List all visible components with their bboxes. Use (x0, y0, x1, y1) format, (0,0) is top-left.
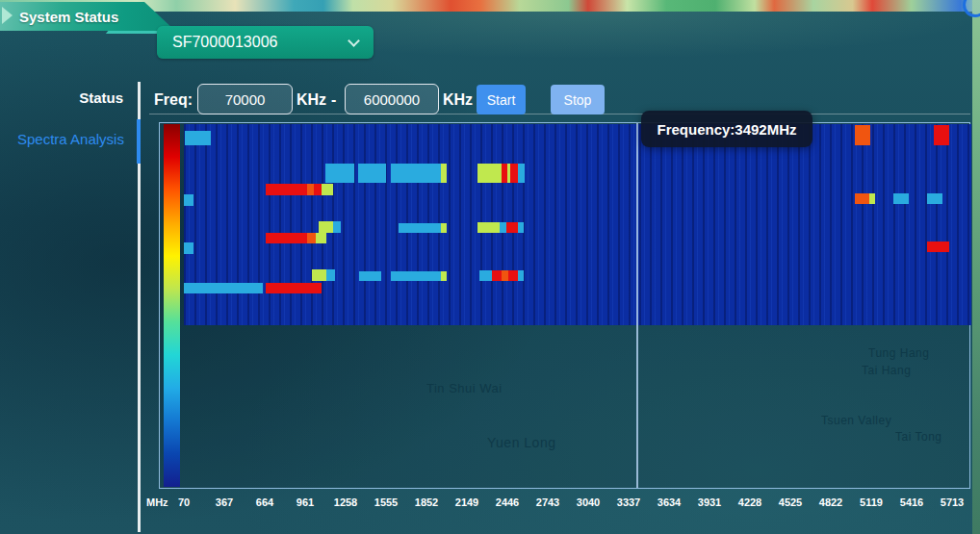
signal-block (314, 184, 322, 195)
khz-unit-label-1: KHz (297, 91, 326, 109)
signal-block (266, 283, 322, 293)
axis-tick: 961 (297, 496, 314, 508)
signal-block (927, 193, 942, 204)
signal-block (333, 221, 341, 233)
axis-tick: 70 (178, 496, 190, 508)
signal-block (266, 184, 307, 195)
axis-tick: 3040 (577, 496, 600, 508)
axis-tick: 4228 (738, 496, 761, 508)
signal-block (927, 242, 949, 252)
signal-block (518, 222, 524, 233)
signal-block (391, 164, 441, 183)
axis-tick: 1555 (374, 496, 398, 508)
signal-block (479, 270, 492, 281)
signal-block (934, 125, 949, 145)
signal-block (477, 164, 502, 183)
signal-block (506, 222, 518, 233)
signal-block (358, 164, 386, 183)
axis-tick: 1852 (415, 496, 438, 508)
signal-block (325, 164, 354, 183)
axis-tick: 664 (256, 496, 273, 508)
device-select-value: SF7000013006 (157, 34, 349, 51)
axis-tick: 5713 (941, 496, 964, 508)
map-background-right (972, 0, 980, 534)
signal-block (326, 269, 335, 281)
waterfall[interactable] (184, 124, 971, 325)
axis-tick: 4525 (779, 496, 802, 508)
signal-block (893, 193, 909, 204)
axis-tick: 2446 (496, 496, 519, 508)
signal-block (508, 270, 518, 281)
khz-unit-label-2: KHz (443, 91, 473, 109)
signal-block (855, 193, 869, 204)
signal-block (312, 269, 326, 281)
crosshair-line (636, 123, 638, 488)
signal-block (869, 193, 875, 204)
sidebar-active-indicator (137, 119, 141, 164)
signal-block (441, 164, 447, 183)
signal-block (441, 223, 447, 233)
signal-block (266, 233, 307, 243)
signal-block (316, 233, 326, 243)
signal-block (518, 164, 525, 183)
signal-block (492, 270, 502, 281)
x-axis: MHz 703676649611258155518522149244627433… (0, 496, 980, 514)
signal-block (185, 131, 211, 145)
chevron-down-icon (348, 35, 360, 47)
axis-tick: 3337 (617, 496, 640, 508)
signal-block (307, 184, 314, 195)
colorbar (164, 124, 180, 487)
sidebar-item-spectra-analysis[interactable]: Spectra Analysis (17, 131, 124, 147)
signal-block (502, 270, 508, 281)
stop-button[interactable]: Stop (551, 85, 605, 114)
freq-start-input[interactable] (197, 84, 293, 114)
axis-tick: 2743 (536, 496, 559, 508)
axis-tick: 3931 (698, 496, 721, 508)
frequency-tooltip: Frequency:3492MHz (641, 111, 812, 147)
device-select[interactable]: SF7000013006 (157, 26, 374, 59)
signal-block (399, 223, 441, 233)
freq-label: Freq: (154, 91, 193, 109)
axis-tick: 4822 (819, 496, 842, 508)
signal-block (518, 270, 524, 281)
signal-block (359, 271, 381, 281)
signal-block (184, 283, 263, 293)
page-title: System Status (0, 9, 118, 25)
signal-block (322, 184, 333, 195)
signal-block (855, 125, 870, 145)
sidebar-item-status[interactable]: Status (0, 89, 123, 106)
signal-block (510, 164, 518, 183)
axis-tick: 1258 (334, 496, 357, 508)
system-status-banner: System Status (0, 2, 175, 31)
axis-tick: 5119 (860, 496, 883, 508)
signal-block (441, 271, 447, 281)
range-dash: - (331, 91, 336, 109)
signal-block (184, 194, 193, 206)
signal-block (500, 222, 506, 233)
spectrogram-chart[interactable] (159, 122, 970, 489)
freq-end-input[interactable] (345, 84, 439, 114)
signal-block (307, 233, 316, 243)
axis-tick: 367 (216, 496, 233, 508)
signal-block (477, 222, 500, 233)
x-axis-unit-label: MHz (146, 496, 168, 508)
axis-tick: 3634 (658, 496, 681, 508)
frequency-tooltip-text: Frequency:3492MHz (657, 121, 796, 138)
signal-block (184, 242, 193, 254)
signal-block (391, 271, 441, 281)
signal-block (319, 221, 333, 233)
start-button[interactable]: Start (477, 85, 526, 114)
axis-tick: 5416 (900, 496, 923, 508)
axis-tick: 2149 (455, 496, 478, 508)
